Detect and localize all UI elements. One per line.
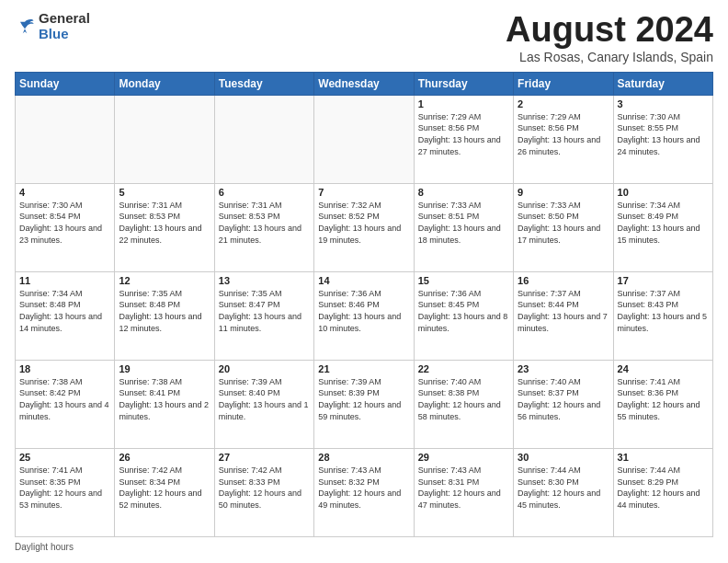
calendar-cell: 25Sunrise: 7:41 AM Sunset: 8:35 PM Dayli…: [16, 448, 115, 536]
day-info: Sunrise: 7:34 AM Sunset: 8:48 PM Dayligh…: [19, 288, 110, 334]
logo-text: General Blue: [39, 11, 90, 41]
day-info: Sunrise: 7:37 AM Sunset: 8:43 PM Dayligh…: [618, 288, 709, 334]
calendar-cell: 29Sunrise: 7:43 AM Sunset: 8:31 PM Dayli…: [414, 448, 513, 536]
day-info: Sunrise: 7:30 AM Sunset: 8:54 PM Dayligh…: [19, 200, 110, 246]
day-number: 19: [119, 363, 210, 374]
day-info: Sunrise: 7:32 AM Sunset: 8:52 PM Dayligh…: [318, 200, 409, 246]
day-info: Sunrise: 7:34 AM Sunset: 8:49 PM Dayligh…: [618, 200, 709, 246]
calendar-header-row: SundayMondayTuesdayWednesdayThursdayFrid…: [16, 72, 713, 95]
day-info: Sunrise: 7:44 AM Sunset: 8:30 PM Dayligh…: [518, 465, 609, 511]
calendar-cell: 28Sunrise: 7:43 AM Sunset: 8:32 PM Dayli…: [314, 448, 414, 536]
calendar-cell: 13Sunrise: 7:35 AM Sunset: 8:47 PM Dayli…: [214, 271, 313, 360]
day-number: 26: [119, 452, 210, 463]
footer: Daylight hours: [15, 542, 713, 552]
header: General Blue August 2024 Las Rosas, Cana…: [15, 11, 713, 64]
calendar-cell: 5Sunrise: 7:31 AM Sunset: 8:53 PM Daylig…: [115, 183, 214, 271]
logo-general-text: General: [39, 10, 90, 26]
day-info: Sunrise: 7:39 AM Sunset: 8:40 PM Dayligh…: [219, 376, 310, 422]
day-number: 4: [19, 187, 110, 198]
day-number: 13: [219, 275, 310, 286]
calendar-cell: 11Sunrise: 7:34 AM Sunset: 8:48 PM Dayli…: [16, 271, 115, 360]
day-info: Sunrise: 7:39 AM Sunset: 8:39 PM Dayligh…: [318, 376, 409, 422]
calendar-cell: [214, 95, 313, 183]
day-info: Sunrise: 7:35 AM Sunset: 8:47 PM Dayligh…: [219, 288, 310, 334]
day-info: Sunrise: 7:31 AM Sunset: 8:53 PM Dayligh…: [119, 200, 210, 246]
calendar-cell: 3Sunrise: 7:30 AM Sunset: 8:55 PM Daylig…: [613, 95, 712, 183]
day-info: Sunrise: 7:36 AM Sunset: 8:45 PM Dayligh…: [418, 288, 509, 334]
day-info: Sunrise: 7:36 AM Sunset: 8:46 PM Dayligh…: [318, 288, 409, 334]
calendar-cell: 4Sunrise: 7:30 AM Sunset: 8:54 PM Daylig…: [16, 183, 115, 271]
calendar-week-3: 11Sunrise: 7:34 AM Sunset: 8:48 PM Dayli…: [16, 271, 713, 360]
day-info: Sunrise: 7:41 AM Sunset: 8:36 PM Dayligh…: [618, 376, 709, 422]
day-info: Sunrise: 7:38 AM Sunset: 8:41 PM Dayligh…: [119, 376, 210, 422]
calendar-week-4: 18Sunrise: 7:38 AM Sunset: 8:42 PM Dayli…: [16, 360, 713, 448]
calendar-header-tuesday: Tuesday: [214, 72, 313, 95]
calendar-table: SundayMondayTuesdayWednesdayThursdayFrid…: [15, 72, 713, 537]
calendar-cell: 6Sunrise: 7:31 AM Sunset: 8:53 PM Daylig…: [214, 183, 313, 271]
day-number: 27: [219, 452, 310, 463]
day-number: 6: [219, 187, 310, 198]
calendar-cell: [16, 95, 115, 183]
calendar-cell: 16Sunrise: 7:37 AM Sunset: 8:44 PM Dayli…: [514, 271, 613, 360]
day-number: 24: [618, 363, 709, 374]
calendar-cell: 8Sunrise: 7:33 AM Sunset: 8:51 PM Daylig…: [414, 183, 513, 271]
day-number: 31: [618, 452, 709, 463]
calendar-week-1: 1Sunrise: 7:29 AM Sunset: 8:56 PM Daylig…: [16, 95, 713, 183]
day-info: Sunrise: 7:33 AM Sunset: 8:50 PM Dayligh…: [518, 200, 609, 246]
day-number: 17: [618, 275, 709, 286]
page: General Blue August 2024 Las Rosas, Cana…: [0, 0, 728, 563]
day-number: 9: [518, 187, 609, 198]
day-number: 29: [418, 452, 509, 463]
calendar-cell: 17Sunrise: 7:37 AM Sunset: 8:43 PM Dayli…: [613, 271, 712, 360]
day-number: 15: [418, 275, 509, 286]
day-number: 28: [318, 452, 409, 463]
calendar-header-monday: Monday: [115, 72, 214, 95]
calendar-cell: 22Sunrise: 7:40 AM Sunset: 8:38 PM Dayli…: [414, 360, 513, 448]
day-number: 12: [119, 275, 210, 286]
logo: General Blue: [15, 11, 90, 41]
calendar-cell: 2Sunrise: 7:29 AM Sunset: 8:56 PM Daylig…: [514, 95, 613, 183]
day-info: Sunrise: 7:30 AM Sunset: 8:55 PM Dayligh…: [618, 111, 709, 157]
day-info: Sunrise: 7:38 AM Sunset: 8:42 PM Dayligh…: [19, 376, 110, 422]
day-info: Sunrise: 7:42 AM Sunset: 8:34 PM Dayligh…: [119, 465, 210, 511]
logo-bird-icon: [15, 17, 35, 37]
calendar-header-saturday: Saturday: [613, 72, 712, 95]
day-number: 10: [618, 187, 709, 198]
day-number: 7: [318, 187, 409, 198]
day-info: Sunrise: 7:40 AM Sunset: 8:38 PM Dayligh…: [418, 376, 509, 422]
calendar-header-wednesday: Wednesday: [314, 72, 414, 95]
calendar-cell: 30Sunrise: 7:44 AM Sunset: 8:30 PM Dayli…: [514, 448, 613, 536]
day-info: Sunrise: 7:29 AM Sunset: 8:56 PM Dayligh…: [418, 111, 509, 157]
day-number: 14: [318, 275, 409, 286]
day-number: 2: [518, 98, 609, 109]
calendar-cell: 1Sunrise: 7:29 AM Sunset: 8:56 PM Daylig…: [414, 95, 513, 183]
logo-blue-text: Blue: [39, 26, 69, 41]
day-number: 22: [418, 363, 509, 374]
day-number: 21: [318, 363, 409, 374]
calendar-header-sunday: Sunday: [16, 72, 115, 95]
day-info: Sunrise: 7:29 AM Sunset: 8:56 PM Dayligh…: [518, 111, 609, 157]
day-info: Sunrise: 7:41 AM Sunset: 8:35 PM Dayligh…: [19, 465, 110, 511]
daylight-label: Daylight hours: [15, 542, 74, 552]
calendar-cell: 18Sunrise: 7:38 AM Sunset: 8:42 PM Dayli…: [16, 360, 115, 448]
calendar-cell: 24Sunrise: 7:41 AM Sunset: 8:36 PM Dayli…: [613, 360, 712, 448]
day-info: Sunrise: 7:33 AM Sunset: 8:51 PM Dayligh…: [418, 200, 509, 246]
day-number: 25: [19, 452, 110, 463]
day-info: Sunrise: 7:31 AM Sunset: 8:53 PM Dayligh…: [219, 200, 310, 246]
day-number: 1: [418, 98, 509, 109]
day-info: Sunrise: 7:37 AM Sunset: 8:44 PM Dayligh…: [518, 288, 609, 334]
day-number: 11: [19, 275, 110, 286]
calendar-cell: 31Sunrise: 7:44 AM Sunset: 8:29 PM Dayli…: [613, 448, 712, 536]
calendar-cell: 9Sunrise: 7:33 AM Sunset: 8:50 PM Daylig…: [514, 183, 613, 271]
day-number: 5: [119, 187, 210, 198]
calendar-header-friday: Friday: [514, 72, 613, 95]
calendar-week-2: 4Sunrise: 7:30 AM Sunset: 8:54 PM Daylig…: [16, 183, 713, 271]
month-title: August 2024: [506, 11, 713, 50]
day-number: 18: [19, 363, 110, 374]
day-info: Sunrise: 7:35 AM Sunset: 8:48 PM Dayligh…: [119, 288, 210, 334]
day-info: Sunrise: 7:44 AM Sunset: 8:29 PM Dayligh…: [618, 465, 709, 511]
day-number: 30: [518, 452, 609, 463]
day-info: Sunrise: 7:43 AM Sunset: 8:31 PM Dayligh…: [418, 465, 509, 511]
day-number: 8: [418, 187, 509, 198]
title-block: August 2024 Las Rosas, Canary Islands, S…: [506, 11, 713, 64]
